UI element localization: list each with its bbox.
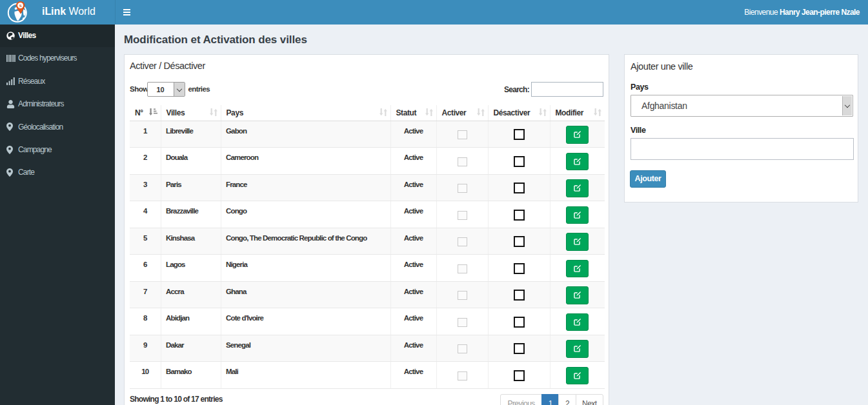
svg-text:S: S bbox=[19, 3, 22, 8]
